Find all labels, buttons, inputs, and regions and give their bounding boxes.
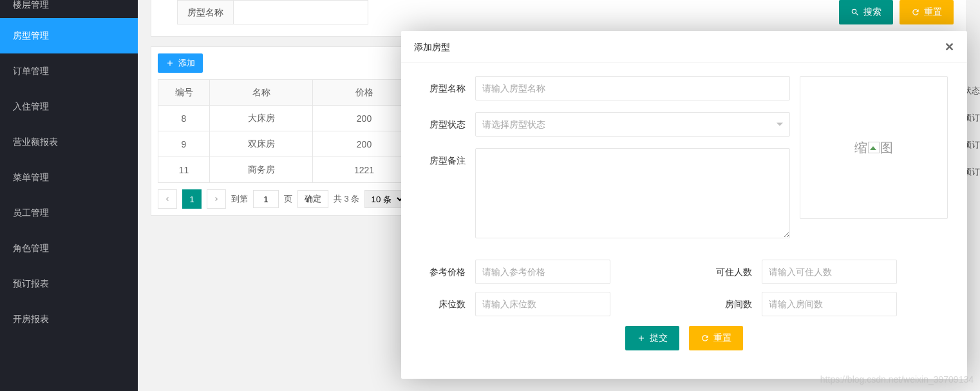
sidebar-item-label: 房型管理 — [13, 30, 49, 41]
col-price: 价格 — [313, 80, 416, 106]
beds-input[interactable] — [475, 292, 610, 316]
modal-close-button[interactable]: ✕ — [945, 31, 954, 63]
search-input[interactable] — [233, 0, 368, 24]
col-id: 编号 — [158, 80, 210, 106]
cell-name: 大床房 — [210, 106, 313, 131]
sidebar-item-roomtype[interactable]: 房型管理 — [0, 18, 138, 53]
broken-image-icon — [868, 142, 880, 153]
modal-header: 添加房型 ✕ — [401, 31, 967, 63]
modal-body: 房型名称 房型状态 请选择房型状态 房型备注 — [401, 63, 967, 363]
cell-name: 双床房 — [210, 131, 313, 157]
beds-label: 床位数 — [420, 292, 475, 316]
sidebar-item-reserve-report[interactable]: 预订报表 — [0, 266, 138, 301]
submit-button[interactable]: 提交 — [625, 326, 679, 350]
modal-footer: 提交 重置 — [420, 326, 948, 350]
modal-reset-button[interactable]: 重置 — [689, 326, 743, 350]
capacity-input[interactable] — [762, 260, 897, 284]
sidebar-item-label: 入住管理 — [13, 101, 49, 111]
sidebar-item-role[interactable]: 角色管理 — [0, 231, 138, 266]
chevron-down-icon — [777, 123, 783, 126]
button-label: 搜索 — [863, 6, 881, 18]
cell-id: 9 — [158, 131, 210, 157]
next-page-button[interactable] — [207, 189, 226, 209]
button-label: 添加 — [178, 57, 195, 69]
modal-title: 添加房型 — [414, 31, 450, 63]
status-select[interactable]: 请选择房型状态 — [475, 112, 790, 137]
reset-button[interactable]: 重置 — [900, 0, 954, 24]
sidebar-item-checkin[interactable]: 入住管理 — [0, 89, 138, 124]
search-icon — [851, 8, 860, 17]
cell-price: 200 — [313, 131, 416, 157]
status-label: 房型状态 — [420, 112, 475, 137]
rooms-label: 房间数 — [684, 292, 762, 316]
page-suffix: 页 — [284, 193, 292, 205]
sidebar-item-floor[interactable]: 楼层管理 — [0, 0, 138, 18]
button-label: 提交 — [650, 332, 668, 344]
rooms-input[interactable] — [762, 292, 897, 316]
capacity-label: 可住人数 — [684, 260, 762, 284]
cell-name: 商务房 — [210, 157, 313, 183]
remark-label: 房型备注 — [420, 148, 475, 173]
chevron-left-icon — [164, 195, 171, 203]
name-label: 房型名称 — [420, 76, 475, 100]
prev-page-button[interactable] — [158, 189, 177, 209]
thumbnail-placeholder: 缩 图 — [854, 139, 893, 157]
sidebar-item-open-report[interactable]: 开房报表 — [0, 301, 138, 337]
sidebar-item-label: 订单管理 — [13, 66, 49, 76]
sidebar-item-revenue[interactable]: 营业额报表 — [0, 124, 138, 160]
col-name: 名称 — [210, 80, 313, 106]
goto-label: 到第 — [231, 193, 248, 205]
sidebar-item-label: 预订报表 — [13, 278, 49, 289]
button-label: 重置 — [924, 6, 942, 18]
cell-price: 1221 — [313, 157, 416, 183]
goto-page-input[interactable] — [253, 190, 279, 208]
price-label: 参考价格 — [420, 260, 475, 284]
sidebar-item-label: 员工管理 — [13, 207, 49, 218]
plus-icon — [637, 334, 646, 343]
watermark: https://blog.csdn.net/weixin_39709134 — [820, 374, 974, 385]
sidebar-item-label: 开房报表 — [13, 314, 49, 324]
button-label: 重置 — [713, 332, 731, 344]
page-size-select[interactable]: 10 条 — [364, 190, 406, 208]
thumbnail-upload[interactable]: 缩 图 — [800, 76, 948, 219]
select-placeholder: 请选择房型状态 — [482, 119, 545, 129]
add-button[interactable]: 添加 — [158, 53, 203, 73]
goto-confirm-button[interactable]: 确定 — [297, 190, 328, 208]
remark-textarea[interactable] — [475, 148, 790, 238]
price-input[interactable] — [475, 260, 610, 284]
sidebar: 楼层管理 房型管理 订单管理 入住管理 营业额报表 菜单管理 员工管理 角色管理… — [0, 0, 138, 391]
cell-id: 8 — [158, 106, 210, 131]
plus-icon — [165, 59, 174, 68]
sidebar-item-label: 菜单管理 — [13, 172, 49, 182]
cell-id: 11 — [158, 157, 210, 183]
name-input[interactable] — [475, 76, 790, 100]
search-label: 房型名称 — [177, 0, 233, 24]
sidebar-item-menu[interactable]: 菜单管理 — [0, 160, 138, 195]
sidebar-item-staff[interactable]: 员工管理 — [0, 195, 138, 231]
sidebar-item-label: 角色管理 — [13, 243, 49, 253]
sidebar-item-label: 营业额报表 — [13, 137, 58, 147]
add-room-type-modal: 添加房型 ✕ 房型名称 房型状态 请选择房型状态 — [401, 31, 967, 379]
total-count: 共 3 条 — [334, 193, 359, 205]
page-number[interactable]: 1 — [182, 189, 202, 209]
sidebar-item-label: 楼层管理 — [13, 0, 49, 10]
chevron-right-icon — [212, 195, 220, 203]
cell-price: 200 — [313, 106, 416, 131]
refresh-icon — [911, 8, 920, 17]
sidebar-item-order[interactable]: 订单管理 — [0, 53, 138, 89]
search-button[interactable]: 搜索 — [839, 0, 893, 24]
refresh-icon — [701, 334, 710, 343]
